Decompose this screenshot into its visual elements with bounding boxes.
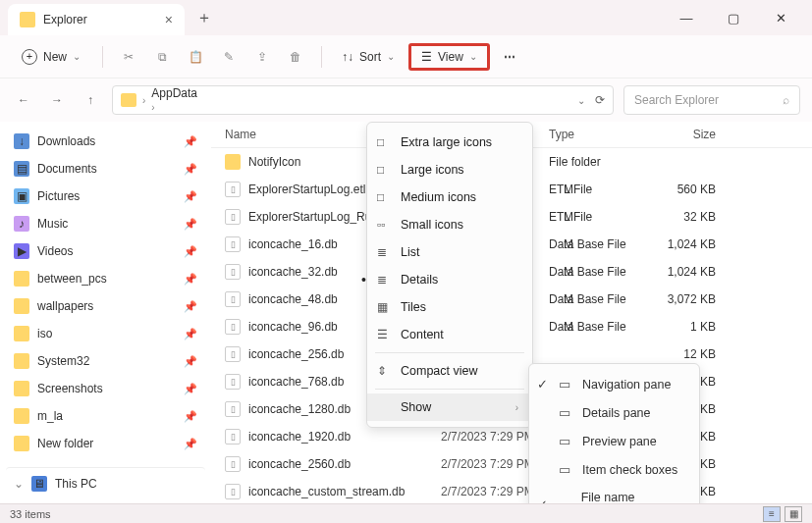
layout-icon: □: [377, 135, 393, 149]
folder-icon: [20, 12, 35, 27]
pc-icon: 🖥: [31, 476, 47, 492]
panel-icon: ▭: [559, 434, 574, 448]
viewmenu-tiles[interactable]: ▦Tiles: [367, 293, 532, 321]
thumbnails-view-toggle[interactable]: ▦: [785, 506, 802, 522]
refresh-button[interactable]: ⟳: [595, 93, 605, 107]
search-input[interactable]: Search Explorer ⌕: [623, 85, 800, 115]
sidebar-item-music[interactable]: ♪Music📌: [6, 210, 205, 237]
new-button[interactable]: + New ⌄: [12, 45, 90, 69]
navbar: ← → ↑ › Users › m_la › AppData › Local ›…: [0, 78, 812, 122]
layout-icon: ☰: [377, 328, 393, 341]
delete-icon[interactable]: 🗑: [282, 43, 309, 71]
details-view-toggle[interactable]: ≡: [763, 506, 781, 522]
sidebar-item-new-folder[interactable]: New folder📌: [6, 430, 205, 457]
pin-icon: 📌: [184, 245, 197, 258]
chevron-down-icon: ⌄: [14, 477, 24, 491]
maximize-button[interactable]: ▢: [720, 11, 747, 26]
sidebar-item-system32[interactable]: System32📌: [6, 347, 205, 375]
col-size[interactable]: Size: [657, 128, 735, 141]
breadcrumb[interactable]: › Users › m_la › AppData › Local › Micr.…: [112, 85, 614, 115]
add-tab-button[interactable]: ＋: [196, 8, 212, 28]
crumb-local[interactable]: Local: [151, 114, 197, 115]
sidebar-item-documents[interactable]: ▤Documents📌: [6, 155, 205, 183]
folder-icon: [121, 93, 136, 107]
paste-icon[interactable]: 📋: [182, 43, 209, 71]
pin-icon: 📌: [184, 410, 197, 423]
col-type[interactable]: Type: [549, 128, 657, 141]
sidebar-item-screenshots[interactable]: Screenshots📌: [6, 375, 205, 402]
show-details-pane[interactable]: ▭Details pane: [529, 398, 699, 427]
show-item-check-boxes[interactable]: ▭Item check boxes: [529, 455, 699, 484]
pin-icon: 📌: [184, 355, 197, 368]
viewmenu-list[interactable]: ≣List: [367, 238, 532, 266]
sidebar-item-pictures[interactable]: ▣Pictures📌: [6, 183, 205, 210]
toolbar: + New ⌄ ✂ ⧉ 📋 ✎ ⇪ 🗑 ↑↓ Sort ⌄ ☰ View ⌄ ⋯: [0, 35, 812, 78]
show-file-name-extensions[interactable]: ✓▭File name extensions: [529, 484, 699, 503]
close-tab-icon[interactable]: ×: [165, 12, 173, 27]
pin-icon: 📌: [184, 190, 197, 203]
file-icon: ▯: [225, 236, 241, 252]
viewmenu-small-icons[interactable]: ▫▫Small icons: [367, 211, 532, 238]
sidebar-item-m_la[interactable]: m_la📌: [6, 402, 205, 430]
pin-icon: 📌: [184, 273, 197, 286]
sidebar-item-between_pcs[interactable]: between_pcs📌: [6, 265, 205, 292]
chevron-down-icon[interactable]: ⌄: [577, 95, 585, 106]
file-icon: ▯: [225, 182, 241, 197]
list-icon: ☰: [421, 50, 432, 64]
show-submenu: ✓▭Navigation pane▭Details pane▭Preview p…: [528, 363, 700, 503]
share-icon[interactable]: ⇪: [248, 43, 276, 71]
viewmenu-large-icons[interactable]: □Large icons: [367, 156, 532, 183]
new-label: New: [43, 50, 67, 64]
file-icon: ▯: [225, 264, 241, 280]
sidebar-item-videos[interactable]: ▶Videos📌: [6, 237, 205, 265]
show-preview-pane[interactable]: ▭Preview pane: [529, 427, 699, 455]
separator: [102, 46, 103, 68]
view-menu: □Extra large icons□Large icons□Medium ic…: [366, 122, 533, 428]
view-button[interactable]: ☰ View ⌄: [408, 43, 490, 71]
sidebar-item-wallpapers[interactable]: wallpapers📌: [6, 292, 205, 320]
table-row[interactable]: ▯iconcache_custom_stream.db2/7/2023 7:29…: [211, 478, 812, 502]
layout-icon: ▦: [377, 300, 393, 314]
more-button[interactable]: ⋯: [496, 46, 525, 68]
viewmenu-medium-icons[interactable]: □Medium icons: [367, 183, 532, 211]
file-icon: ▯: [225, 209, 241, 225]
compact-icon: ⇕: [377, 364, 393, 378]
pin-icon: 📌: [184, 300, 197, 313]
pin-icon: 📌: [184, 438, 197, 450]
viewmenu-details[interactable]: •≣Details: [367, 266, 532, 293]
chevron-right-icon: ›: [515, 402, 518, 413]
cut-icon[interactable]: ✂: [115, 43, 142, 71]
sort-button[interactable]: ↑↓ Sort ⌄: [334, 46, 403, 68]
close-button[interactable]: ✕: [767, 11, 794, 26]
chevron-down-icon: ⌄: [387, 51, 395, 62]
up-button[interactable]: ↑: [79, 88, 102, 112]
pin-icon: 📌: [184, 218, 197, 231]
sidebar-item-iso[interactable]: iso📌: [6, 320, 205, 347]
bullet-icon: •: [361, 272, 366, 288]
file-icon: ▯: [225, 319, 241, 335]
pin-icon: 📌: [184, 383, 197, 395]
viewmenu-compact-view[interactable]: ⇕Compact view: [367, 357, 532, 385]
crumb-appdata[interactable]: AppData: [151, 86, 197, 100]
show-navigation-pane[interactable]: ✓▭Navigation pane: [529, 370, 699, 398]
minimize-button[interactable]: —: [673, 11, 700, 26]
separator: [321, 46, 322, 68]
sidebar-item-this-pc[interactable]: ⌄🖥This PC: [6, 467, 205, 497]
sidebar-item-downloads[interactable]: ↓Downloads📌: [6, 128, 205, 155]
titlebar: Explorer × ＋ — ▢ ✕: [0, 0, 812, 35]
pin-icon: 📌: [184, 328, 197, 340]
forward-button[interactable]: →: [45, 88, 69, 112]
table-row[interactable]: ▯iconcache_2560.db2/7/2023 7:29 PM1 KB: [211, 450, 812, 478]
folder-icon: [225, 154, 241, 170]
viewmenu-show[interactable]: Show›: [367, 393, 532, 421]
pin-icon: 📌: [184, 135, 197, 148]
viewmenu-extra-large-icons[interactable]: □Extra large icons: [367, 129, 532, 156]
pin-icon: 📌: [184, 163, 197, 176]
folder-icon: [14, 353, 29, 369]
window-controls: — ▢ ✕: [673, 11, 804, 26]
back-button[interactable]: ←: [12, 88, 35, 112]
copy-icon[interactable]: ⧉: [148, 43, 176, 71]
viewmenu-content[interactable]: ☰Content: [367, 321, 532, 348]
rename-icon[interactable]: ✎: [215, 43, 243, 71]
tab-explorer[interactable]: Explorer ×: [8, 4, 185, 35]
